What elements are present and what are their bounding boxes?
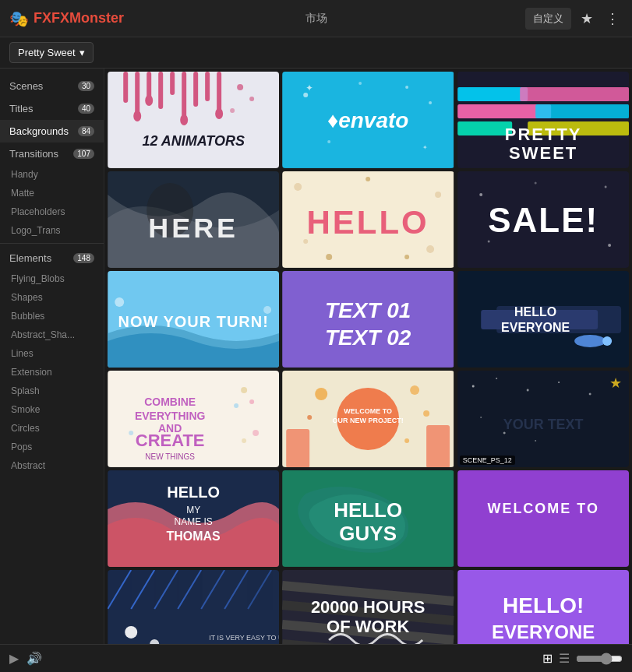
svg-text:NEW THINGS: NEW THINGS — [145, 452, 195, 461]
grid-item-5[interactable]: HELLO — [282, 171, 454, 268]
svg-point-72 — [234, 403, 238, 408]
svg-point-93 — [471, 385, 474, 387]
sidebar-sub-shapes[interactable]: Shapes — [0, 288, 104, 307]
sidebar-sub-circles[interactable]: Circles — [0, 419, 104, 438]
main: Scenes 30 Titles 40 Backgrounds 84 Trans… — [0, 69, 632, 644]
sidebar-sub-smoke[interactable]: Smoke — [0, 400, 104, 419]
svg-point-22 — [405, 86, 408, 89]
svg-point-97 — [588, 392, 591, 395]
svg-point-98 — [480, 417, 482, 418]
grid-item-18[interactable]: HELLO! EVERYONE — [457, 570, 629, 644]
more-button[interactable]: ⋮ — [602, 7, 623, 30]
sidebar-sub-abstract-sha[interactable]: Abstract_Sha... — [0, 325, 104, 344]
svg-point-40 — [295, 183, 302, 191]
svg-point-52 — [608, 244, 611, 247]
play-button[interactable]: ▶ — [9, 651, 19, 666]
svg-text:WELCOME TO: WELCOME TO — [344, 407, 393, 415]
svg-point-73 — [242, 438, 246, 443]
grid-item-17[interactable]: 20000 HOURS OF WORK — [282, 570, 454, 644]
customize-button[interactable]: 自定义 — [525, 8, 571, 30]
sidebar-sub-splash[interactable]: Splash — [0, 382, 104, 400]
svg-rect-28 — [457, 87, 528, 101]
sidebar-item-transitions[interactable]: Transitions 107 — [0, 142, 104, 165]
sidebar-item-backgrounds[interactable]: Backgrounds 84 — [0, 120, 104, 142]
svg-text:YOUR TEXT: YOUR TEXT — [503, 417, 583, 432]
svg-point-23 — [358, 82, 362, 85]
sidebar-item-titles[interactable]: Titles 40 — [0, 97, 104, 120]
list-view-button[interactable]: ☰ — [559, 651, 570, 666]
sidebar-sub-handy[interactable]: Handy — [0, 165, 104, 184]
svg-point-20 — [429, 101, 432, 104]
sidebar-sub-bubbles[interactable]: Bubbles — [0, 307, 104, 325]
svg-point-89 — [404, 438, 409, 443]
bottombar-left: ▶ 🔊 — [9, 651, 42, 666]
svg-point-45 — [327, 254, 333, 260]
sidebar-elements-badge: 148 — [73, 253, 94, 263]
svg-point-51 — [487, 240, 489, 242]
svg-rect-85 — [287, 429, 310, 467]
sidebar-scenes-badge: 30 — [78, 81, 94, 91]
svg-point-84 — [410, 385, 419, 395]
project-dropdown[interactable]: Pretty Sweet ▾ — [9, 42, 94, 63]
sidebar-elements-label: Elements — [9, 252, 73, 264]
sidebar-titles-label: Titles — [9, 103, 78, 114]
svg-point-13 — [215, 108, 223, 119]
marketplace-button[interactable]: 市场 — [305, 12, 327, 26]
svg-point-15 — [249, 97, 254, 101]
sidebar-sub-matte[interactable]: Matte — [0, 184, 104, 202]
zoom-slider[interactable] — [576, 653, 623, 665]
svg-rect-8 — [182, 72, 186, 118]
grid-item-4[interactable]: HERE — [108, 171, 279, 268]
sidebar-sub-extension[interactable]: Extension — [0, 363, 104, 382]
scene-label-12: SCENE_PS_12 — [460, 456, 515, 465]
grid-item-1[interactable]: 12 ANIMATORS — [108, 72, 279, 168]
svg-rect-4 — [147, 72, 151, 99]
grid-item-10[interactable]: COMBINE EVERYTHING AND CREATE NEW THINGS — [108, 371, 279, 467]
logo-fx: FX — [34, 10, 51, 26]
svg-text:HELLO: HELLO — [307, 204, 429, 241]
dropdown-icon: ▾ — [79, 47, 85, 58]
volume-button[interactable]: 🔊 — [26, 651, 42, 666]
svg-text:NAME IS: NAME IS — [175, 516, 213, 527]
svg-point-50 — [604, 185, 606, 188]
svg-text:★: ★ — [609, 375, 622, 391]
svg-text:HELLO: HELLO — [167, 484, 220, 501]
grid-item-6[interactable]: SALE! — [457, 171, 629, 268]
svg-point-96 — [558, 382, 560, 383]
svg-text:HELLO: HELLO — [514, 305, 556, 318]
grid-item-11[interactable]: WELCOME TO OUR NEW PROJECT! — [282, 371, 454, 467]
sidebar-transitions-label: Transitions — [9, 148, 73, 160]
toolbar: Pretty Sweet ▾ — [0, 37, 632, 69]
sidebar-sub-abstract[interactable]: Abstract — [0, 456, 104, 475]
grid-item-7[interactable]: NOW YOUR TURN! — [108, 271, 279, 368]
sidebar-sub-pops[interactable]: Pops — [0, 438, 104, 456]
grid-item-15[interactable]: WELCOME TO — [457, 470, 629, 567]
svg-point-5 — [145, 95, 153, 106]
svg-text:✦: ✦ — [422, 144, 428, 151]
grid-item-13[interactable]: HELLO MY NAME IS THOMAS — [108, 470, 279, 567]
grid-item-9[interactable]: HELLO EVERYONE — [457, 271, 629, 368]
sidebar-sub-lines[interactable]: Lines — [0, 344, 104, 363]
svg-text:SALE!: SALE! — [488, 201, 598, 239]
svg-text:12 ANIMATORS: 12 ANIMATORS — [142, 133, 244, 149]
grid-item-2[interactable]: ✦ ✦ ♦envato — [282, 72, 454, 168]
grid-item-14[interactable]: HELLO GUYS — [282, 470, 454, 567]
svg-text:HELLO: HELLO — [334, 498, 402, 522]
grid-item-12[interactable]: YOUR TEXT ★ SCENE_PS_12 — [457, 371, 629, 467]
grid-item-8[interactable]: TEXT 01 TEXT 02 — [282, 271, 454, 368]
sidebar-sub-placeholders[interactable]: Placeholders — [0, 202, 104, 221]
sidebar-sub-logo-trans[interactable]: Logo_Trans — [0, 221, 104, 240]
grid-item-16[interactable]: IT IS VERY EASY TO USE! — [108, 570, 279, 644]
svg-point-70 — [241, 387, 247, 393]
svg-text:GUYS: GUYS — [340, 522, 397, 545]
sidebar-sub-flying-blobs[interactable]: Flying_Blobs — [0, 269, 104, 288]
svg-point-100 — [535, 440, 536, 442]
grid-view-button[interactable]: ⊞ — [542, 651, 553, 666]
sidebar-item-elements[interactable]: Elements 148 — [0, 247, 104, 269]
logo-icon: 🎭 — [9, 9, 29, 28]
favorite-button[interactable]: ★ — [577, 7, 596, 30]
svg-point-88 — [423, 410, 429, 417]
grid-item-3[interactable]: PRETTY SWEET — [457, 72, 629, 168]
svg-text:CREATE: CREATE — [136, 431, 205, 450]
sidebar-item-scenes[interactable]: Scenes 30 — [0, 75, 104, 97]
